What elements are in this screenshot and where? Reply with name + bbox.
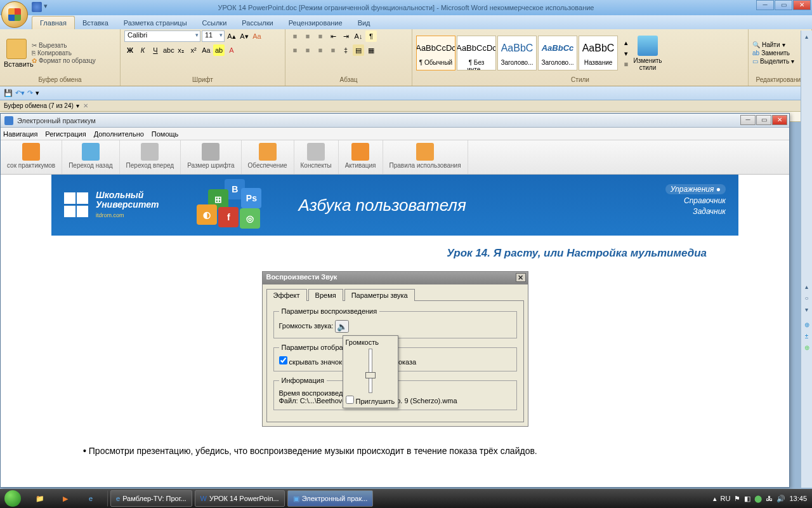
pane-close-button[interactable]: ✕ xyxy=(83,102,88,109)
indent-dec-button[interactable]: ⇤ xyxy=(327,30,339,42)
font-name-combo[interactable]: Calibri xyxy=(124,30,200,42)
tab-review[interactable]: Рецензирование xyxy=(281,17,350,29)
tab-layout[interactable]: Разметка страницы xyxy=(116,17,195,29)
show-marks-button[interactable]: ¶ xyxy=(365,30,377,42)
word-minimize-button[interactable]: ─ xyxy=(756,0,774,10)
highlight-button[interactable]: ab xyxy=(213,44,225,56)
gallery-more-button[interactable]: ≡ xyxy=(620,58,632,69)
tray-icon-3[interactable]: ⬤ xyxy=(754,495,762,503)
zoom-plus-icon[interactable]: ⊕ xyxy=(802,344,811,353)
tb-back[interactable]: Переход назад xyxy=(62,140,119,174)
italic-button[interactable]: К xyxy=(137,44,148,56)
tb-notes[interactable]: Конспекты xyxy=(294,140,339,174)
qat-save-icon[interactable] xyxy=(32,2,42,12)
zoom-fit-icon[interactable]: ⊕ xyxy=(802,321,811,330)
task-rambler[interactable]: eРамблер-TV: Прог... xyxy=(110,490,192,507)
vertical-scrollbar[interactable]: ▴ ▴ ○ ▾ ⊕ ± ⊕ xyxy=(801,30,812,488)
pin-explorer[interactable]: 📁 xyxy=(28,490,52,507)
pin-ie[interactable]: e xyxy=(79,490,103,507)
replace-button[interactable]: abЗаменить xyxy=(752,50,794,57)
undo-button[interactable]: ↶▾ xyxy=(15,89,25,97)
start-button[interactable] xyxy=(0,489,25,508)
qat-more-button[interactable]: ▾ xyxy=(36,89,39,97)
menu-reg[interactable]: Регистрация xyxy=(45,130,86,138)
pw-close-button[interactable]: ✕ xyxy=(772,115,787,125)
case-button[interactable]: Aa xyxy=(200,44,212,56)
pin-player[interactable]: ▶ xyxy=(53,490,77,507)
bold-button[interactable]: Ж xyxy=(124,44,136,56)
tab-home[interactable]: Главная xyxy=(32,16,75,29)
browse-prev-icon[interactable]: ▴ xyxy=(802,283,811,292)
tray-icon-1[interactable]: ⚑ xyxy=(734,495,740,503)
indent-inc-button[interactable]: ⇥ xyxy=(340,30,351,42)
tb-activate[interactable]: Активация xyxy=(339,140,383,174)
pw-maximize-button[interactable]: ▭ xyxy=(756,115,771,125)
gallery-up-button[interactable]: ▴ xyxy=(620,37,632,47)
clear-format-button[interactable]: Aa xyxy=(251,30,263,42)
tb-resources[interactable]: Обеспечение xyxy=(242,140,294,174)
tb-fwd[interactable]: Переход вперед xyxy=(120,140,181,174)
style-nospacing[interactable]: AaBbCcDc¶ Без инте... xyxy=(457,36,496,70)
gallery-down-button[interactable]: ▾ xyxy=(620,48,632,58)
align-left-button[interactable]: ≡ xyxy=(289,44,301,56)
save-icon[interactable]: 💾 xyxy=(4,89,13,97)
tab-view[interactable]: Вид xyxy=(350,17,378,29)
office-button[interactable] xyxy=(1,1,28,28)
network-icon[interactable]: 🖧 xyxy=(766,495,773,502)
underline-button[interactable]: Ч xyxy=(150,44,161,56)
sort-button[interactable]: A↓ xyxy=(353,30,364,42)
subscript-button[interactable]: x₂ xyxy=(175,44,187,56)
link-reference[interactable]: Справочник xyxy=(665,196,726,205)
tab-insert[interactable]: Вставка xyxy=(75,17,116,29)
font-color-button[interactable]: A xyxy=(226,44,237,56)
superscript-button[interactable]: x² xyxy=(188,44,199,56)
justify-button[interactable]: ≡ xyxy=(327,44,339,56)
qat-dropdown-icon[interactable]: ▾ xyxy=(44,2,54,12)
multilevel-button[interactable]: ≡ xyxy=(315,30,326,42)
menu-help[interactable]: Помощь xyxy=(152,130,179,138)
style-h2[interactable]: AaBbCcЗаголово... xyxy=(538,36,577,70)
tb-list[interactable]: сок практикумов xyxy=(1,140,62,174)
strike-button[interactable]: abc xyxy=(162,44,174,56)
tab-mail[interactable]: Рассылки xyxy=(234,17,280,29)
redo-button[interactable]: ↷ xyxy=(27,89,33,97)
tb-fontsize[interactable]: Размер шрифта xyxy=(181,140,241,174)
paste-button[interactable]: Вставить xyxy=(4,37,29,68)
tray-expand-icon[interactable]: ▴ xyxy=(713,495,717,503)
task-practicum[interactable]: ▣Электронный прак... xyxy=(287,490,374,507)
borders-button[interactable]: ▦ xyxy=(365,44,377,56)
menu-more[interactable]: Дополнительно xyxy=(94,130,144,138)
line-spacing-button[interactable]: ‡ xyxy=(340,44,351,56)
align-right-button[interactable]: ≡ xyxy=(315,44,326,56)
cut-button[interactable]: ✂Вырезать xyxy=(32,42,96,49)
tray-icon-2[interactable]: ◧ xyxy=(744,495,750,503)
change-styles-button[interactable]: Изменить стили xyxy=(632,34,664,71)
dlg-tab-effect[interactable]: Эффект xyxy=(266,289,307,301)
link-exercises[interactable]: Упражнения ● xyxy=(665,184,726,194)
tb-rules[interactable]: Правила использования xyxy=(383,140,468,174)
browse-object-icon[interactable]: ○ xyxy=(802,295,811,304)
copy-button[interactable]: ⎘Копировать xyxy=(32,50,96,57)
grow-font-button[interactable]: A▴ xyxy=(226,30,237,42)
font-size-combo[interactable]: 11 xyxy=(202,30,225,42)
volume-tray-icon[interactable]: 🔊 xyxy=(776,495,785,503)
format-painter-button[interactable]: ✿Формат по образцу xyxy=(32,57,96,64)
style-title[interactable]: AaBbCНазвание xyxy=(579,36,618,70)
clock[interactable]: 13:45 xyxy=(789,495,807,502)
pw-minimize-button[interactable]: ─ xyxy=(740,115,756,125)
volume-button[interactable]: 🔈 xyxy=(335,320,349,333)
word-maximize-button[interactable]: ▭ xyxy=(775,0,792,10)
numbering-button[interactable]: ≡ xyxy=(302,30,313,42)
shading-button[interactable]: ▤ xyxy=(353,44,364,56)
dlg-tab-time[interactable]: Время xyxy=(308,289,343,301)
shrink-font-button[interactable]: A▾ xyxy=(239,30,250,42)
style-normal[interactable]: AaBbCcDc¶ Обычный xyxy=(416,36,455,70)
link-problems[interactable]: Задачник xyxy=(665,207,726,216)
slider-thumb[interactable] xyxy=(365,372,376,378)
find-button[interactable]: 🔍Найти ▾ xyxy=(752,41,794,48)
scroll-up-icon[interactable]: ▴ xyxy=(802,33,811,42)
volume-slider[interactable] xyxy=(369,349,372,393)
tab-refs[interactable]: Ссылки xyxy=(195,17,235,29)
align-center-button[interactable]: ≡ xyxy=(302,44,313,56)
zoom-in-icon[interactable]: ± xyxy=(802,333,811,342)
